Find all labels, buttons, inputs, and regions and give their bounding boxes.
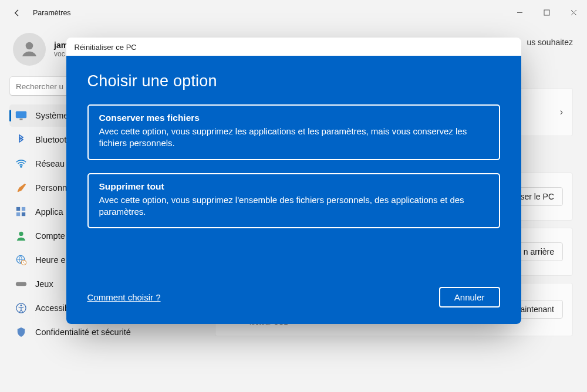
dialog-title: Choisir une option [87, 72, 500, 90]
help-link[interactable]: Comment choisir ? [87, 292, 161, 302]
option-desc: Avec cette option, vous supprimez l'ense… [99, 194, 488, 218]
option-keep-files[interactable]: Conserver mes fichiers Avec cette option… [87, 104, 500, 160]
dialog-header: Réinitialiser ce PC [66, 38, 521, 56]
option-title: Supprimer tout [99, 181, 488, 192]
option-remove-all[interactable]: Supprimer tout Avec cette option, vous s… [87, 173, 500, 229]
cancel-button[interactable]: Annuler [439, 287, 500, 307]
option-desc: Avec cette option, vous supprimez les ap… [99, 126, 488, 150]
dialog-overlay: Réinitialiser ce PC Choisir une option C… [0, 0, 587, 392]
reset-pc-dialog: Réinitialiser ce PC Choisir une option C… [66, 38, 521, 324]
option-title: Conserver mes fichiers [99, 113, 488, 123]
